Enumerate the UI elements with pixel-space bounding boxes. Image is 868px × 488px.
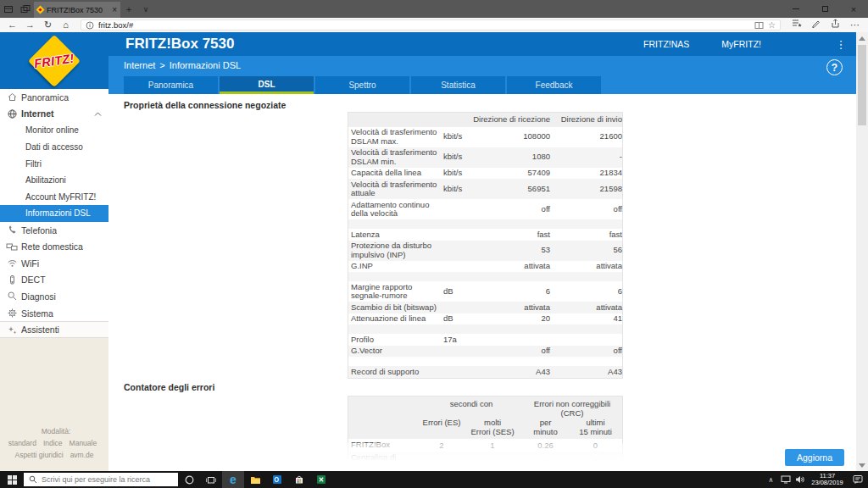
scroll-up-icon[interactable] (856, 32, 868, 44)
tab-statistica[interactable]: Statistica (411, 76, 505, 94)
file-explorer-icon[interactable] (244, 471, 266, 488)
table-row: Scambio di bit (bitswap)attivataattivata (348, 302, 622, 313)
share-icon[interactable] (826, 19, 845, 31)
table-row: G.INPattivataattivata (348, 261, 622, 273)
cortana-icon[interactable] (178, 471, 200, 488)
col-header-per-min: per minuto (522, 418, 569, 436)
tab-dropdown-icon[interactable]: ∨ (137, 0, 154, 18)
tab-spettro[interactable]: Spettro (315, 76, 409, 94)
sidebar-item-sistema[interactable]: Sistema (0, 305, 108, 322)
home-icon[interactable]: ⌂ (57, 19, 75, 31)
footer-legal-link[interactable]: Aspetti giuridici (14, 451, 63, 459)
favorites-hub-icon[interactable] (787, 19, 806, 31)
url-text[interactable]: fritz.box/# (98, 20, 750, 30)
header-menu-dots-icon[interactable]: ⋮ (834, 38, 848, 51)
sidebar-item-assistenti[interactable]: Assistenti (0, 321, 108, 338)
reading-view-icon[interactable] (754, 21, 764, 30)
sidebar-item-panoramica[interactable]: Panoramica (0, 89, 108, 106)
microsoft-store-icon[interactable] (288, 471, 310, 488)
col-header-tx: Direzione di invio (550, 115, 622, 125)
sidebar-item-informazioni-dsl[interactable]: Informazioni DSL (0, 205, 108, 222)
footer-index-link[interactable]: Indice (43, 439, 63, 447)
refresh-button[interactable]: Aggiorna (785, 449, 844, 466)
sidebar-footer-area: Modalità: standardIndiceManuale Aspetti … (0, 338, 108, 471)
forward-icon[interactable]: → (21, 19, 39, 31)
dect-handset-icon (6, 274, 18, 286)
table-row: Protezione da disturbo impulsivo (INP)53… (348, 241, 622, 261)
globe-icon (6, 108, 18, 119)
taskbar: e ∧ 11:37 23/08/2019 (0, 471, 868, 488)
window-minimize-button[interactable] (782, 0, 810, 18)
sidebar-item-wifi[interactable]: WiFi (0, 255, 108, 272)
help-icon[interactable]: ? (826, 59, 843, 75)
tab-feedback[interactable]: Feedback (507, 76, 601, 94)
sidebar-item-filtri[interactable]: Filtri (0, 155, 108, 172)
sidebar-item-account-myfritz[interactable]: Account MyFRITZ! (0, 189, 108, 206)
back-icon[interactable]: ← (3, 19, 21, 31)
outlook-icon[interactable] (266, 471, 288, 488)
sidebar-item-internet[interactable]: Internet (0, 106, 108, 123)
fritz-logo[interactable]: FRITZ! (0, 32, 108, 89)
edge-taskbar-icon[interactable]: e (222, 471, 244, 488)
content-area: Proprietà della connessione negoziate Di… (108, 94, 856, 471)
sidebar-item-dati-di-accesso[interactable]: Dati di accesso (0, 139, 108, 156)
table-spacer-row (348, 219, 622, 229)
tab-close-icon[interactable]: × (112, 5, 117, 14)
address-bar[interactable]: fritz.box/# ☆ (81, 19, 781, 30)
breadcrumb-separator: > (159, 60, 164, 70)
scroll-down-icon[interactable] (856, 459, 868, 471)
task-view-icon[interactable] (200, 471, 222, 488)
sidebar-item-diagnosi[interactable]: Diagnosi (0, 288, 108, 305)
table-row: Adattamento continuo della velocitàoffof… (348, 199, 622, 219)
refresh-icon[interactable]: ↻ (39, 19, 57, 31)
more-options-icon[interactable]: ⋯ (845, 19, 865, 31)
browser-viewport: FRITZ! Panoramica Internet Monitor onlin… (0, 32, 868, 471)
table-row: Capacità della lineakbit/s5740921834 (348, 168, 622, 180)
search-icon (29, 472, 37, 487)
breadcrumb: Internet > Informazioni DSL (108, 56, 856, 75)
chevron-up-icon[interactable] (94, 108, 102, 119)
scrollbar-thumb[interactable] (858, 45, 866, 125)
fritznas-link[interactable]: FRITZ!NAS (643, 39, 689, 49)
error-table-sub-header: Errori (ES) molti Errori (SES) per minut… (348, 418, 622, 439)
set-tabs-aside-icon[interactable] (17, 0, 34, 18)
new-tab-button[interactable]: + (120, 0, 137, 18)
gear-icon (6, 308, 18, 319)
sidebar-menu: Panoramica Internet Monitor online Dati … (0, 89, 108, 471)
tab-preview-icon[interactable] (0, 0, 17, 18)
excel-icon[interactable] (310, 471, 332, 488)
window-close-button[interactable]: × (839, 0, 868, 18)
taskbar-search[interactable] (24, 473, 178, 486)
sidebar-item-rete-domestica[interactable]: Rete domestica (0, 238, 108, 255)
sidebar-item-dect[interactable]: DECT (0, 272, 108, 289)
volume-icon[interactable] (793, 471, 807, 488)
footer-manual-link[interactable]: Manuale (70, 439, 97, 447)
screen: FRITZ!Box 7530 × + ∨ × ← → ↻ ⌂ fritz.box… (0, 0, 868, 488)
dsl-properties-table: Direzione di ricezione Direzione di invi… (348, 112, 623, 379)
tab-panoramica[interactable]: Panoramica (124, 76, 218, 94)
annotate-pen-icon[interactable] (806, 19, 826, 31)
tab-dsl[interactable]: DSL (220, 76, 314, 94)
sidebar-item-monitor-online[interactable]: Monitor online (0, 122, 108, 139)
search-input[interactable] (42, 475, 173, 484)
table-row: Velocità di trasferimento DSLAM max.kbit… (348, 127, 622, 147)
action-center-icon[interactable] (848, 471, 868, 488)
page-scrollbar[interactable] (856, 32, 868, 471)
site-info-icon[interactable] (86, 21, 94, 30)
sidebar-item-abilitazioni[interactable]: Abilitazioni (0, 172, 108, 189)
sidebar: FRITZ! Panoramica Internet Monitor onlin… (0, 32, 108, 471)
col-header-rx: Direzione di ricezione (348, 115, 550, 125)
footer-avm-link[interactable]: avm.de (70, 451, 94, 459)
myfritz-link[interactable]: MyFRITZ! (721, 39, 761, 49)
window-restore-button[interactable] (810, 0, 839, 18)
sidebar-item-telefonia[interactable]: Telefonia (0, 222, 108, 239)
browser-tab[interactable]: FRITZ!Box 7530 × (34, 2, 120, 18)
col-header-ses: molti Errori (SES) (463, 418, 522, 436)
add-favorite-star-icon[interactable]: ☆ (768, 20, 776, 30)
breadcrumb-current: Informazioni DSL (170, 60, 241, 70)
breadcrumb-root[interactable]: Internet (124, 60, 155, 70)
taskbar-clock[interactable]: 11:37 23/08/2019 (807, 473, 848, 487)
network-icon[interactable] (778, 471, 793, 488)
start-button[interactable] (0, 471, 24, 488)
tray-chevron-icon[interactable]: ∧ (764, 471, 778, 488)
